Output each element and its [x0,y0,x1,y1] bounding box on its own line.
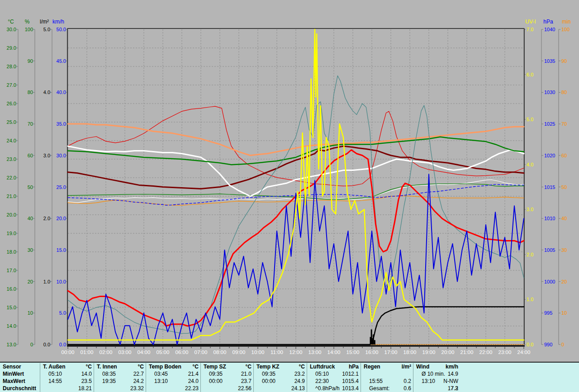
svg-text:18.0: 18.0 [7,249,16,255]
svg-text:30: 30 [28,247,33,253]
svg-text:21.0: 21.0 [7,194,16,199]
svg-text:km/h: km/h [52,19,64,25]
svg-text:22.0: 22.0 [7,175,16,180]
column-unit: hPa [349,363,359,370]
stat-row-label: Durchschnitt [0,385,40,392]
stat-value: 14.0 [81,370,92,378]
svg-text:2.0: 2.0 [43,216,50,221]
svg-text:22:00: 22:00 [479,349,493,355]
svg-text:990: 990 [544,342,552,347]
stat-cell-temp-kz: 00:0024.9 [253,378,307,385]
svg-text:60: 60 [561,153,567,158]
stat-cell-wind: 7.3 [413,385,460,392]
stat-cell-temp-boden: Temp Boden°C [146,363,200,370]
stat-value: 7.3 [451,385,458,392]
stat-time [256,385,262,392]
stat-value: 18.21 [78,385,92,392]
svg-text:1015: 1015 [544,184,555,190]
svg-text:100: 100 [25,27,33,32]
stat-time: Ø 10 min. [416,370,445,378]
svg-text:40.0: 40.0 [57,90,66,95]
stat-time: 05:10 [310,370,329,378]
svg-text:l/m²: l/m² [40,19,49,25]
stat-time: 09:35 [256,370,275,378]
stat-row-label: MaxWert [0,378,40,385]
svg-text:4.0: 4.0 [527,162,533,167]
column-unit: °C [193,363,199,370]
column-name: T. Außen [43,363,66,370]
svg-text:70: 70 [561,121,567,127]
stat-cell-regen: Regenl/m² [361,363,413,370]
stat-value: 22.7 [133,370,144,378]
svg-text:1025: 1025 [544,121,555,127]
stat-time [97,385,102,392]
stat-value: 0.6 [403,385,411,392]
stat-value: 21.0 [241,370,252,378]
stat-cell-temp-sz: 00:0023.7 [200,378,253,385]
svg-text:45.0: 45.0 [57,58,66,64]
sensor-stats-table: SensorT. Außen°CT. Innen°CTemp Boden°CTe… [0,362,579,392]
svg-text:60: 60 [28,153,33,158]
stat-cell-luftdruck: 22:301015.4 [307,378,361,385]
svg-text:23:00: 23:00 [498,349,512,355]
stat-value: 24.0 [188,378,199,385]
stat-time: 19:35 [97,378,116,385]
svg-text:0: 0 [30,342,33,347]
column-unit: °C [86,363,92,370]
stat-cell-regen: Gesamt:0.6 [361,385,413,392]
svg-text:19:00: 19:00 [422,349,436,355]
stat-cell-temp-boden: 22.23 [146,385,200,392]
svg-text:03:00: 03:00 [119,349,132,355]
svg-text:21:00: 21:00 [460,349,474,355]
svg-text:40: 40 [28,216,33,221]
svg-text:02:00: 02:00 [100,349,113,355]
svg-text:29.0: 29.0 [7,45,16,51]
svg-text:hPa: hPa [543,19,553,25]
svg-text:4.0: 4.0 [43,90,50,95]
stat-time: 13:10 [416,378,435,385]
svg-text:1020: 1020 [544,153,555,158]
svg-text:11:00: 11:00 [271,349,283,355]
svg-text:°C: °C [8,19,14,25]
stat-cell-temp-boden: 03:4521.4 [146,370,200,378]
stat-row-label: Sensor [0,363,40,370]
svg-text:20.0: 20.0 [7,212,16,217]
svg-text:3.0: 3.0 [527,207,533,212]
stat-cell-temp-kz: 24.13 [253,385,307,392]
svg-text:26.0: 26.0 [7,101,16,106]
svg-text:16:00: 16:00 [365,349,379,355]
svg-text:13:00: 13:00 [308,349,322,355]
svg-text:5.0: 5.0 [527,117,533,122]
weather-day-chart: Dienstag, 27.07.2010 Jarz Erich T. Innen… [0,0,579,392]
svg-text:100: 100 [561,27,570,32]
svg-text:1005: 1005 [544,247,555,253]
svg-text:12:00: 12:00 [290,349,303,355]
svg-text:30.0: 30.0 [7,27,16,32]
stat-time: 09:35 [204,370,223,378]
stat-value: 14.9 [448,370,458,378]
stat-time [364,370,369,378]
stat-cell-wind: Windkm/h [413,363,460,370]
stat-cell-t-au-en: 05:1014.0 [40,370,94,378]
svg-text:10.0: 10.0 [57,279,66,284]
svg-text:08:00: 08:00 [214,349,227,355]
svg-text:30: 30 [561,247,567,253]
column-name: Wind [416,363,429,370]
svg-text:17.0: 17.0 [7,268,16,273]
stat-time: 05:10 [43,370,62,378]
stat-cell-temp-sz: Temp SZ°C [200,363,253,370]
stat-cell-t-innen: 08:3522.7 [94,370,146,378]
stat-filler [460,370,579,378]
svg-text:min: min [562,19,570,25]
stat-cell-temp-sz: 09:3521.0 [200,370,253,378]
svg-text:01:00: 01:00 [81,349,94,355]
svg-text:19.0: 19.0 [7,231,16,236]
svg-text:20.0: 20.0 [57,216,66,221]
svg-text:05:00: 05:00 [157,349,170,355]
stat-time: 15:55 [364,378,383,385]
stat-value: 0.2 [403,378,411,385]
stat-cell-t-innen: T. Innen°C [94,363,146,370]
svg-text:10: 10 [561,310,567,316]
column-name: T. Innen [97,363,117,370]
stat-value: 23.32 [130,385,144,392]
